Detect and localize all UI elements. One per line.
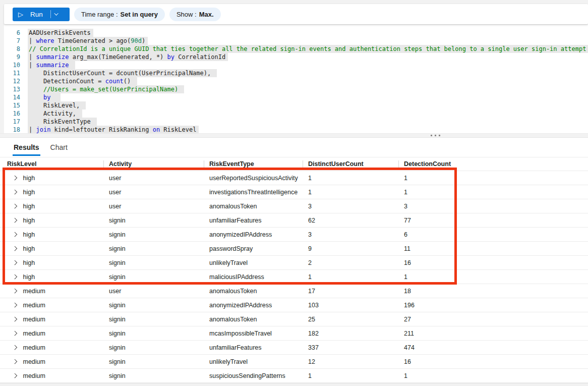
table-cell: 17 [303,288,398,295]
table-cell: user [103,175,204,182]
code-line[interactable]: 18| join kind=leftouter RiskRanking on R… [4,126,588,134]
table-cell: investigationsThreatIntelligence [204,189,303,196]
code-line[interactable]: 9| summarize arg_max(TimeGenerated, *) b… [4,53,588,61]
table-cell: anonymizedIPAddress [204,302,303,309]
chevron-right-icon[interactable] [13,303,17,307]
table-cell: user [103,288,204,295]
time-range-pill[interactable]: Time range :Set in query [74,8,165,21]
code-line[interactable]: 13 //Users = make_set(UserPrincipalName) [4,85,588,93]
column-header-Activity[interactable]: Activity [103,157,204,171]
column-header-RiskEventType[interactable]: RiskEventType [204,157,303,171]
table-cell: medium [0,302,103,309]
chevron-right-icon[interactable] [13,232,17,237]
chevron-right-icon[interactable] [13,274,17,279]
results-table-header: RiskLevelActivityRiskEventTypeDistinctUs… [0,157,588,171]
table-row[interactable]: highuseruserReportedSuspiciousActivity11 [0,171,588,185]
table-row[interactable]: mediumsigninanomalousToken2527 [0,312,588,326]
chevron-right-icon[interactable] [13,359,17,364]
table-cell: medium [0,358,103,365]
table-cell: 1 [398,372,588,379]
code-text: Activity, [28,109,82,118]
chevron-right-icon[interactable] [13,218,17,223]
line-number: 8 [4,45,20,53]
code-text: RiskLevel, [28,101,86,109]
code-text: DetectionCount = count() [28,77,137,85]
code-line[interactable]: 16 Activity, [4,109,588,118]
code-line[interactable]: 17 RiskEventType [4,118,588,126]
table-row[interactable]: mediumsigninunlikelyTravel1216 [0,355,588,369]
table-cell: 11 [398,245,588,252]
table-cell: signin [103,273,204,281]
editor-results-splitter[interactable] [0,133,588,138]
show-value: Max. [199,11,214,18]
line-number: 15 [4,101,20,109]
chevron-right-icon[interactable] [13,204,17,208]
table-cell: 12 [303,358,398,365]
table-cell: 1 [398,189,588,196]
time-range-label: Time range : [81,11,118,18]
table-row[interactable]: highsigninunlikelyTravel216 [0,256,588,270]
code-text: | where TimeGenerated > ago(90d) [28,37,148,45]
line-number: 6 [4,29,20,37]
column-header-DetectionCount[interactable]: DetectionCount [398,157,588,171]
line-number: 12 [4,77,20,85]
code-text: // CorrelationId is a unique GUID that t… [28,45,588,53]
chevron-down-icon[interactable] [54,11,58,15]
drag-handle-dots-icon [431,135,440,136]
table-cell: 9 [303,245,398,252]
table-row[interactable]: mediumsigninmcasImpossibleTravel182211 [0,326,588,341]
code-line[interactable]: 7| where TimeGenerated > ago(90d) [4,37,588,45]
query-editor[interactable]: 6AADUserRiskEvents7| where TimeGenerated… [4,25,588,133]
column-header-DistinctUserCount[interactable]: DistinctUserCount [303,157,398,171]
table-row[interactable]: highuserinvestigationsThreatIntelligence… [0,185,588,199]
table-cell: 62 [303,217,398,224]
chevron-right-icon[interactable] [13,317,17,321]
table-cell: 77 [398,217,588,224]
code-line[interactable]: 6AADUserRiskEvents [4,29,588,37]
tab-chart[interactable]: Chart [49,138,69,157]
chevron-right-icon[interactable] [13,289,17,293]
chevron-right-icon[interactable] [13,373,17,378]
column-header-RiskLevel[interactable]: RiskLevel [0,157,103,171]
table-row[interactable]: highsigninunfamiliarFeatures6277 [0,213,588,228]
table-row[interactable]: mediumuseranomalousToken1718 [0,284,588,298]
page-background-strip-top [0,0,588,4]
table-row[interactable]: highsigninmaliciousIPAddress11 [0,270,588,284]
code-line[interactable]: 14 by [4,93,588,101]
table-cell: high [0,175,103,182]
show-limit-pill[interactable]: Show :Max. [169,8,221,21]
table-row[interactable]: mediumsigninsuspiciousSendingPatterns11 [0,369,588,383]
play-icon: ▷ [18,11,23,18]
table-row[interactable]: mediumsigninanonymizedIPAddress103196 [0,298,588,312]
code-line[interactable]: 12 DetectionCount = count() [4,77,588,85]
table-cell: high [0,231,103,238]
chevron-right-icon[interactable] [13,260,17,265]
code-line[interactable]: 8// CorrelationId is a unique GUID that … [4,45,588,53]
table-cell: 3 [303,203,398,210]
run-button[interactable]: ▷ Run [13,8,70,21]
chevron-right-icon[interactable] [13,246,17,251]
table-cell: 16 [398,358,588,365]
table-cell: mcasImpossibleTravel [204,330,303,337]
table-row[interactable]: highuseranomalousToken33 [0,199,588,213]
horizontal-scrollbar[interactable] [0,383,588,386]
code-line[interactable]: 11 DistinctUserCount = dcount(UserPrinci… [4,69,588,77]
chevron-right-icon[interactable] [13,331,17,336]
code-line[interactable]: 10| summarize [4,61,588,69]
table-cell: 474 [398,344,588,351]
chevron-right-icon[interactable] [13,176,17,180]
table-cell: medium [0,330,103,337]
table-row[interactable]: highsigninpasswordSpray911 [0,242,588,256]
table-cell: 27 [398,316,588,323]
code-text: RiskEventType [28,118,97,126]
code-line[interactable]: 15 RiskLevel, [4,101,588,109]
chevron-right-icon[interactable] [13,345,17,350]
table-cell: 3 [398,203,588,210]
table-row[interactable]: highsigninanonymizedIPAddress36 [0,228,588,242]
table-row[interactable]: mediumsigninunfamiliarFeatures337474 [0,341,588,355]
line-number: 14 [4,93,20,101]
run-button-divider [50,10,51,18]
tab-results[interactable]: Results [13,138,40,157]
line-number: 10 [4,61,20,69]
chevron-right-icon[interactable] [13,190,17,194]
